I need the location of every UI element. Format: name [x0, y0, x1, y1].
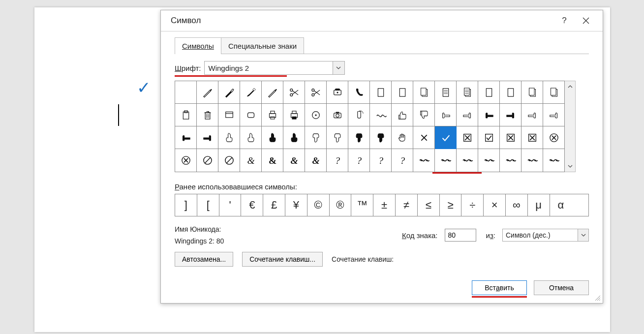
symbol-cell-scissors-1[interactable] [283, 81, 305, 104]
cancel-button[interactable]: Отмена [534, 280, 589, 295]
recent-symbol[interactable]: ® [330, 194, 352, 216]
symbol-cell-wave[interactable] [370, 104, 392, 126]
symbol-cell-camera[interactable] [327, 104, 348, 126]
insert-button[interactable]: Вставить [472, 280, 527, 295]
symbol-cell-fountain-pen[interactable] [218, 81, 240, 104]
symbol-cell-brush[interactable] [240, 81, 262, 104]
symbol-cell-circle-x[interactable] [543, 126, 565, 149]
symbol-cell-pages-copy[interactable] [413, 81, 435, 104]
symbol-cell-page-alt[interactable] [478, 81, 500, 104]
font-select[interactable]: Wingdings 2 [204, 61, 345, 75]
recent-symbol[interactable]: ≤ [418, 194, 440, 216]
from-select[interactable]: Символ (дес.) [502, 229, 589, 242]
symbol-cell-hand-left-open[interactable] [435, 104, 457, 126]
symbol-cell-window[interactable] [218, 104, 240, 126]
symbol-cell-question-script2[interactable]: ? [348, 149, 370, 172]
autocorrect-button[interactable]: Автозамена... [175, 252, 233, 267]
symbol-cell-flourish-5[interactable] [500, 149, 521, 172]
symbol-cell-ampersand-script[interactable]: & [240, 149, 262, 172]
symbol-cell-printer[interactable] [262, 104, 283, 126]
symbol-cell-flourish-7[interactable] [543, 149, 565, 172]
from-dropdown-button[interactable] [578, 229, 588, 241]
scroll-down-button[interactable] [565, 161, 575, 172]
shortcut-key-button[interactable]: Сочетание клавиш... [242, 252, 323, 267]
recent-symbol[interactable]: ] [175, 194, 197, 216]
symbol-cell-pen[interactable] [197, 81, 218, 104]
symbol-cell-page-blank[interactable] [392, 81, 413, 104]
recent-symbol[interactable]: € [241, 194, 263, 216]
scroll-track[interactable] [565, 92, 575, 161]
symbol-cell-hand-left-solid[interactable] [478, 104, 500, 126]
recent-symbol[interactable]: μ [528, 194, 550, 216]
symbol-cell-clipboard[interactable] [175, 104, 197, 126]
symbol-cell-check[interactable] [435, 126, 457, 149]
help-button[interactable]: ? [553, 10, 575, 31]
symbol-cell-mouse[interactable] [348, 104, 370, 126]
recent-symbol[interactable]: [ [197, 194, 219, 216]
symbol-cell-pencil[interactable] [262, 81, 283, 104]
recent-symbol[interactable]: ¥ [285, 194, 307, 216]
recent-symbol[interactable]: ∞ [506, 194, 528, 216]
symbol-cell-hand-left-solid2[interactable] [175, 126, 197, 149]
symbol-cell-question-script3[interactable]: ? [370, 149, 392, 172]
symbol-cell-prohibit[interactable] [197, 149, 218, 172]
recent-symbol[interactable]: £ [263, 194, 285, 216]
recent-symbol[interactable]: ÷ [461, 194, 484, 216]
symbol-cell-finger-up-open[interactable] [218, 126, 240, 149]
resize-grip[interactable] [594, 294, 601, 301]
symbol-cell-question-script4[interactable]: ? [392, 149, 413, 172]
symbol-cell-page[interactable] [370, 81, 392, 104]
symbol-cell-flourish-3[interactable] [457, 149, 478, 172]
tab-special[interactable]: Специальные знаки [221, 37, 304, 54]
symbol-cell-finger-up-solid2[interactable] [283, 126, 305, 149]
symbol-cell-hand-spread[interactable] [392, 126, 413, 149]
recent-symbol[interactable]: ± [373, 194, 396, 216]
dialog-titlebar[interactable]: Символ ? [161, 10, 603, 31]
tab-symbols[interactable]: Символы [175, 37, 221, 54]
symbol-cell-scissors-2[interactable] [305, 81, 327, 104]
symbol-cell-finger-down-open[interactable] [305, 126, 327, 149]
symbol-cell-finger-down-open2[interactable] [327, 126, 348, 149]
symbol-cell-ampersand-bold[interactable]: & [262, 149, 283, 172]
symbol-cell-prohibit2[interactable] [218, 149, 240, 172]
symbol-cell-box-check[interactable] [478, 126, 500, 149]
symbol-cell-question-script[interactable]: ? [327, 149, 348, 172]
symbol-cell-ampersand-alt[interactable]: & [283, 149, 305, 172]
close-button[interactable] [575, 10, 597, 31]
symbol-cell-pages-lines[interactable] [457, 81, 478, 104]
code-input[interactable] [445, 229, 476, 242]
symbol-cell-thumb-up[interactable] [392, 104, 413, 126]
symbol-cell-blank[interactable] [175, 81, 197, 104]
symbol-cell-flourish-2[interactable] [435, 149, 457, 172]
symbol-cell-flourish-4[interactable] [478, 149, 500, 172]
symbol-cell-hand-point-open[interactable] [521, 104, 543, 126]
recent-symbol[interactable]: ≠ [396, 194, 418, 216]
recent-symbol[interactable]: ' [219, 194, 242, 216]
symbol-cell-page-lines[interactable] [435, 81, 457, 104]
recent-symbol[interactable]: © [307, 194, 330, 216]
symbol-cell-hand-point-right[interactable] [543, 104, 565, 126]
symbol-cell-rounded-rect[interactable] [240, 104, 262, 126]
symbol-cell-box-x[interactable] [457, 126, 478, 149]
symbol-cell-pages-stack[interactable] [521, 81, 543, 104]
symbol-cell-finger-down-solid[interactable] [348, 126, 370, 149]
symbol-cell-hand-right-open[interactable] [457, 104, 478, 126]
symbol-cell-handset[interactable] [348, 81, 370, 104]
symbol-cell-x-mark[interactable] [413, 126, 435, 149]
symbol-cell-circle-x2[interactable] [175, 149, 197, 172]
font-dropdown-button[interactable] [333, 61, 344, 74]
symbol-cell-flourish-6[interactable] [521, 149, 543, 172]
symbol-cell-page-alt2[interactable] [500, 81, 521, 104]
symbol-cell-ampersand-alt2[interactable]: & [305, 149, 327, 172]
symbol-cell-flourish-1[interactable] [413, 149, 435, 172]
symbol-cell-finger-down-solid2[interactable] [370, 126, 392, 149]
symbol-cell-box-x3[interactable] [521, 126, 543, 149]
symbol-cell-phone[interactable] [327, 81, 348, 104]
symbol-cell-printer-alt[interactable] [283, 104, 305, 126]
symbol-cell-box-x2[interactable] [500, 126, 521, 149]
symbol-cell-finger-up-solid[interactable] [262, 126, 283, 149]
grid-scrollbar[interactable] [565, 81, 576, 172]
recent-symbol[interactable]: ≥ [440, 194, 462, 216]
recent-symbol[interactable]: α [550, 194, 572, 216]
symbol-cell-finger-up-open2[interactable] [240, 126, 262, 149]
